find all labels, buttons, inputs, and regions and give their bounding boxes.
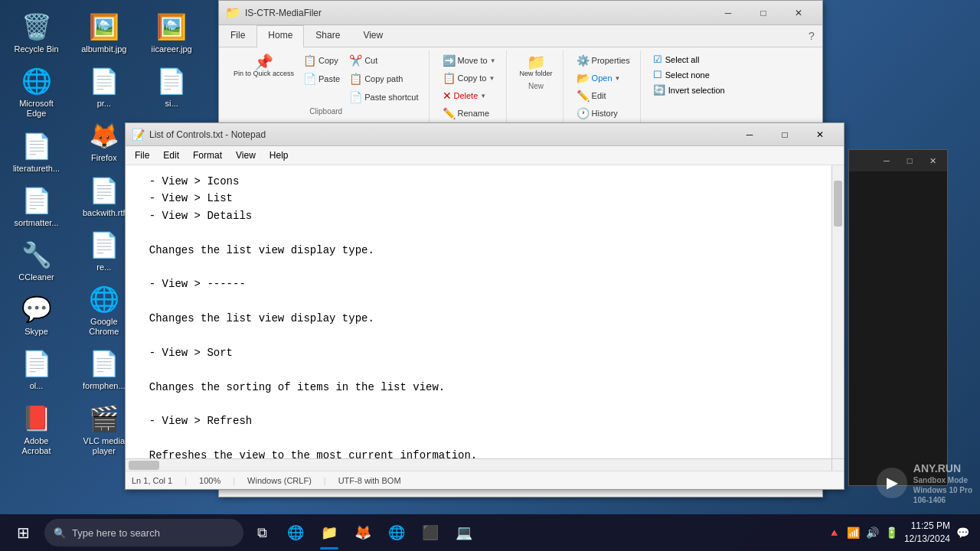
desktop-icon-skype[interactable]: 💬 Skype [8, 290, 65, 341]
move-to-button[interactable]: ➡️ Move to ▼ [439, 52, 500, 69]
desktop-icon-recycle-bin[interactable]: 🗑️ Recycle Bin [8, 8, 65, 58]
search-icon: 🔍 [54, 527, 66, 539]
word-icon: 📄 [21, 348, 52, 379]
scrollbar-corner [831, 458, 844, 471]
notepad-vertical-scrollbar[interactable] [831, 165, 844, 458]
anyrun-subtext: Sandbox ModeWindows 10 Pro106-1406 [913, 475, 972, 505]
taskbar-dev-button[interactable]: 💻 [449, 514, 479, 551]
taskbar-explorer-button[interactable]: 📁 [314, 514, 345, 551]
vlc-icon: 🎬 [89, 403, 119, 434]
desktop-icon-iicareer[interactable]: 🖼️ iicareer.jpg [143, 8, 201, 58]
notepad-menu-help[interactable]: Help [263, 148, 295, 163]
open-button[interactable]: 📂 Open ▼ [573, 70, 634, 86]
task-view-button[interactable]: ⧉ [247, 514, 277, 551]
pin-icon: 📌 [254, 54, 273, 70]
paste-shortcut-icon: 📄 [349, 91, 362, 103]
select-none-button[interactable]: ☐ Select none [650, 67, 728, 82]
taskbar-chrome-button[interactable]: 🌐 [381, 514, 412, 551]
notepad-close-button[interactable]: ✕ [802, 123, 838, 146]
desktop-icon-word2[interactable]: 📄 sortmatter... [8, 181, 65, 232]
window-controls: ─ □ ✕ [710, 1, 816, 25]
h-scrollbar-thumb[interactable] [129, 461, 159, 470]
encoding: UTF-8 with BOM [338, 476, 401, 485]
notepad-minimize-button[interactable]: ─ [732, 123, 767, 146]
copy-button[interactable]: 📋 Copy [299, 52, 344, 69]
select-all-button[interactable]: ☑ Select all [650, 52, 728, 67]
taskbar-edge-button[interactable]: 🌐 [280, 514, 311, 551]
explorer-icon: 📁 [321, 524, 338, 541]
tab-file[interactable]: File [219, 25, 256, 47]
taskbar-terminal-button[interactable]: ⬛ [415, 514, 446, 551]
pin-to-quick-access-button[interactable]: 📌 Pin to Quick access [230, 52, 298, 80]
new-folder-button[interactable]: 📁 New folder [516, 52, 557, 80]
move-icon: ➡️ [443, 54, 456, 67]
tray-volume-icon[interactable]: 🔊 [866, 527, 879, 539]
file-explorer-title: IS-CTR-MediaFiler [245, 8, 710, 18]
paste-button[interactable]: 📄 Paste [299, 70, 344, 87]
system-tray: 🔺 📶 🔊 🔋 11:25 PM 12/13/2024 💬 [822, 520, 975, 546]
close-button[interactable]: ✕ [781, 1, 816, 25]
cut-button[interactable]: ✂️ Cut [345, 52, 422, 69]
dev-icon: 💻 [456, 524, 472, 541]
notepad-menu-view[interactable]: View [230, 148, 262, 163]
edit-button[interactable]: ✏️ Edit [573, 87, 634, 104]
notepad-text-area[interactable]: - View > Icons - View > List - View > De… [126, 165, 831, 458]
dark-close-button[interactable]: ✕ [921, 153, 944, 168]
tray-arrow-icon[interactable]: 🔺 [828, 527, 841, 539]
maximize-button[interactable]: □ [746, 1, 781, 25]
minimize-button[interactable]: ─ [710, 1, 746, 25]
invert-selection-button[interactable]: 🔄 Invert selection [650, 83, 728, 97]
delete-button[interactable]: ✕ Delete ▼ [439, 87, 500, 104]
cursor-position: Ln 1, Col 1 [132, 476, 172, 485]
word-icon: 📄 [89, 230, 119, 260]
taskbar-search[interactable]: 🔍 Type here to search [44, 519, 243, 546]
desktop-icon-word3[interactable]: 📄 ol... [8, 344, 65, 395]
check-none-icon: ☐ [653, 69, 662, 80]
dropdown-arrow: ▼ [480, 93, 486, 99]
rename-button[interactable]: ✏️ Rename [439, 105, 500, 122]
notification-icon[interactable]: 💬 [956, 527, 969, 539]
notepad-maximize-button[interactable]: □ [767, 123, 802, 146]
notepad-menu-format[interactable]: Format [187, 148, 228, 163]
desktop-icon-label: iicareer.jpg [152, 44, 192, 54]
desktop-icon-albumbit[interactable]: 🖼️ albumbit.jpg [75, 8, 132, 58]
desktop-icon-adobe[interactable]: 📕 Adobe Acrobat [8, 399, 65, 460]
help-button[interactable]: ? [802, 27, 821, 45]
paste-shortcut-button[interactable]: 📄 Paste shortcut [345, 89, 422, 106]
select-items: ☑ Select all ☐ Select none 🔄 Invert sele… [650, 52, 728, 97]
desktop-icon-label: Google Chrome [79, 317, 129, 337]
dark-maximize-button[interactable]: □ [898, 153, 921, 168]
tray-battery-icon[interactable]: 🔋 [885, 527, 898, 539]
dark-minimize-button[interactable]: ─ [875, 153, 898, 168]
copy-to-button[interactable]: 📋 Copy to ▼ [439, 70, 500, 86]
desktop-icon-edge[interactable]: 🌐 Microsoft Edge [8, 62, 65, 122]
taskbar-firefox-button[interactable]: 🦊 [348, 514, 378, 551]
copy-path-button[interactable]: 📋 Copy path [345, 70, 422, 87]
desktop-icon-label: literatureth... [13, 164, 60, 174]
tab-share[interactable]: Share [304, 25, 351, 47]
system-clock[interactable]: 11:25 PM 12/13/2024 [904, 520, 950, 546]
scrollbar-thumb[interactable] [834, 181, 842, 227]
desktop-icon-word4[interactable]: 📄 pr... [75, 62, 132, 112]
terminal-icon: ⬛ [422, 524, 439, 541]
start-button[interactable]: ⊞ [5, 514, 41, 551]
organize-col: ➡️ Move to ▼ 📋 Copy to ▼ ✕ [439, 52, 500, 122]
invert-icon: 🔄 [653, 84, 665, 96]
notepad-menu-file[interactable]: File [129, 148, 155, 163]
dark-window-controls: ─ □ ✕ [849, 150, 947, 171]
copy-icon: 📋 [303, 54, 316, 67]
desktop-icon-word6[interactable]: 📄 si... [143, 62, 201, 112]
desktop-icon-word1[interactable]: 📄 literatureth... [8, 127, 65, 178]
desktop-icon-label: backwith.rtf [83, 208, 126, 218]
desktop-icon-ccleaner[interactable]: 🔧 CCleaner [8, 236, 65, 286]
notepad-icon: 📝 [132, 129, 145, 141]
notepad-statusbar: Ln 1, Col 1 | 100% | Windows (CRLF) | UT… [126, 471, 844, 489]
notepad-menu-edit[interactable]: Edit [157, 148, 185, 163]
edge-icon: 🌐 [21, 66, 52, 96]
tab-home[interactable]: Home [256, 25, 304, 47]
tray-network-icon[interactable]: 📶 [847, 527, 860, 539]
tab-view[interactable]: View [351, 25, 394, 47]
history-button[interactable]: 🕐 History [573, 105, 634, 122]
notepad-horizontal-scrollbar[interactable] [126, 458, 831, 471]
properties-button[interactable]: ⚙️ Properties [573, 52, 634, 69]
